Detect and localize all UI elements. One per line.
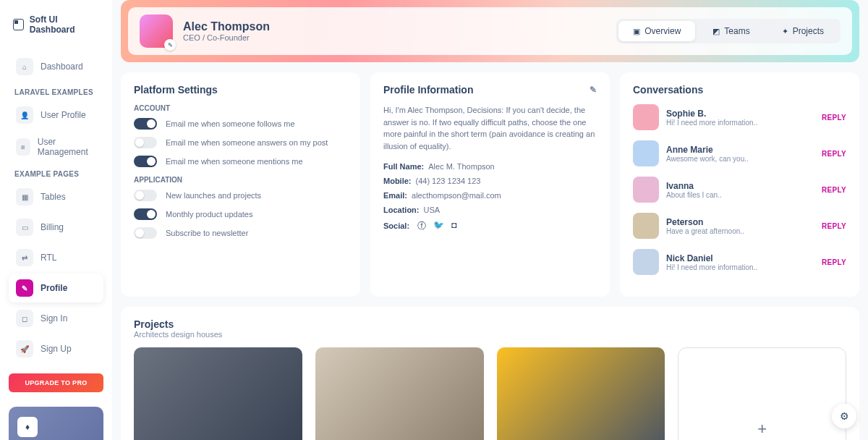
rtl-icon: ⇄	[16, 249, 33, 266]
avatar[interactable]	[633, 213, 659, 239]
cube-icon: ▣	[633, 27, 640, 36]
sidebar-item-user-profile[interactable]: 👤User Profile	[9, 101, 103, 130]
signin-icon: ◻	[16, 310, 33, 327]
platform-settings-card: Platform Settings ACCOUNT Email me when …	[121, 72, 360, 297]
sidebar-item-label: Billing	[41, 222, 64, 232]
toggle-label: New launches and projects	[166, 191, 261, 200]
billing-icon: ▭	[16, 219, 33, 236]
sidebar-item-label: User Profile	[41, 110, 86, 120]
profile-info-title: Profile Information	[383, 84, 473, 96]
social-label: Social:	[383, 221, 409, 230]
sidebar-item-user-management[interactable]: ≡User Management	[9, 131, 103, 163]
avatar[interactable]	[633, 177, 659, 203]
project-image[interactable]	[497, 347, 665, 440]
tab-teams[interactable]: ◩Teams	[698, 21, 764, 41]
conversation-name: Sophie B.	[666, 109, 814, 119]
project-card: Project #1ScandinavianMusic is something…	[315, 347, 484, 440]
sidebar-item-label: Sign Up	[41, 344, 72, 354]
info-value: (44) 123 1234 123	[416, 177, 481, 185]
conversation-name: Anne Marie	[666, 145, 814, 155]
project-card: Project #2ModernAs Uber works through a …	[134, 347, 302, 440]
reply-button[interactable]: REPLY	[822, 186, 846, 194]
upgrade-button[interactable]: UPGRADE TO PRO	[9, 373, 103, 392]
sidebar-item-billing[interactable]: ▭Billing	[9, 213, 103, 242]
tab-projects[interactable]: ✦Projects	[767, 21, 838, 41]
twitter-icon[interactable]: 🐦	[433, 220, 444, 232]
help-card: ♦ Need help? Please check our docs DOCUM…	[9, 407, 103, 440]
facebook-icon[interactable]: ⓕ	[417, 220, 426, 232]
list-icon: ≡	[16, 138, 30, 156]
toggle-switch[interactable]	[134, 156, 157, 167]
info-value: alecthompson@mail.com	[412, 191, 501, 200]
instagram-icon[interactable]: ◘	[451, 220, 456, 232]
brand[interactable]: Soft UI Dashboard	[9, 12, 103, 38]
project-card: Project #3MinimalistDifferent people hav…	[497, 347, 665, 440]
toggle-switch[interactable]	[134, 208, 157, 220]
reply-button[interactable]: REPLY	[822, 150, 846, 158]
conversation-message: Awesome work, can you..	[666, 155, 814, 163]
home-icon: ⌂	[16, 58, 33, 75]
project-image[interactable]	[134, 347, 302, 440]
profile-desc: Hi, I'm Alec Thompson, Decisions: If you…	[383, 104, 597, 152]
projects-sub: Architects design houses	[134, 330, 846, 339]
account-label: ACCOUNT	[134, 104, 347, 112]
project-image[interactable]	[315, 347, 484, 440]
toggle-label: Email me when someone follows me	[166, 119, 295, 128]
reply-button[interactable]: REPLY	[822, 258, 846, 266]
sidebar-item-dashboard[interactable]: ⌂Dashboard	[9, 52, 103, 81]
avatar[interactable]	[633, 140, 659, 166]
conversation-message: Hi! I need more information..	[666, 263, 814, 271]
conversation-message: Have a great afternoon..	[666, 227, 814, 235]
brand-icon	[13, 19, 24, 30]
settings-fab[interactable]: ⚙	[832, 404, 856, 428]
info-value: Alec M. Thompson	[428, 162, 495, 171]
conversation-name: Nick Daniel	[666, 253, 814, 263]
reply-button[interactable]: REPLY	[822, 114, 846, 122]
avatar-edit-icon[interactable]: ✎	[164, 39, 176, 51]
profile-role: CEO / Co-Founder	[183, 33, 616, 42]
teams-icon: ◩	[712, 27, 720, 36]
profile-name: Alec Thompson	[183, 20, 616, 33]
edit-profile-icon[interactable]: ✎	[590, 85, 597, 95]
sidebar-item-sign-up[interactable]: 🚀Sign Up	[9, 334, 103, 363]
table-icon: ▦	[16, 188, 33, 206]
projects-title: Projects	[134, 318, 846, 330]
toggle-switch[interactable]	[134, 190, 157, 201]
conversations-title: Conversations	[633, 84, 846, 96]
toggle-label: Email me when someone answers on my post	[166, 138, 328, 147]
profile-avatar[interactable]: ✎	[140, 14, 173, 48]
help-icon: ♦	[17, 417, 38, 437]
info-value: USA	[424, 206, 441, 214]
new-project-button[interactable]: +New project	[678, 347, 846, 440]
tab-label: Overview	[644, 26, 681, 36]
projects-icon: ✦	[782, 27, 788, 36]
sidebar-item-label: Sign In	[41, 313, 67, 323]
tab-label: Teams	[724, 26, 749, 36]
sidebar-item-tables[interactable]: ▦Tables	[9, 182, 103, 211]
application-label: APPLICATION	[134, 176, 347, 184]
tab-overview[interactable]: ▣Overview	[618, 21, 695, 41]
sidebar-item-profile[interactable]: ✎Profile	[9, 274, 103, 302]
toggle-switch[interactable]	[134, 227, 157, 239]
toggle-switch[interactable]	[134, 118, 157, 130]
conversation-name: Ivanna	[666, 181, 814, 191]
sidebar-item-rtl[interactable]: ⇄RTL	[9, 243, 103, 272]
avatar[interactable]	[633, 104, 659, 130]
info-label: Full Name:	[383, 162, 424, 171]
sidebar-item-sign-in[interactable]: ◻Sign In	[9, 304, 103, 333]
sidebar-item-label: Dashboard	[41, 62, 83, 72]
conversation-name: Peterson	[666, 217, 814, 227]
toggle-label: Subscribe to newsletter	[166, 229, 248, 237]
reply-button[interactable]: REPLY	[822, 222, 846, 230]
conversations-card: Conversations Sophie B.Hi! I need more i…	[620, 72, 859, 297]
toggle-switch[interactable]	[134, 137, 157, 148]
settings-title: Platform Settings	[134, 84, 347, 96]
sidebar-item-label: Tables	[41, 192, 66, 202]
brand-label: Soft UI Dashboard	[30, 14, 99, 35]
avatar[interactable]	[633, 249, 659, 275]
info-label: Mobile:	[383, 177, 412, 185]
sidebar-item-label: Profile	[41, 283, 67, 293]
toggle-label: Monthly product updates	[166, 210, 252, 219]
profile-icon: ✎	[16, 279, 33, 297]
sidebar-item-label: RTL	[41, 253, 56, 263]
